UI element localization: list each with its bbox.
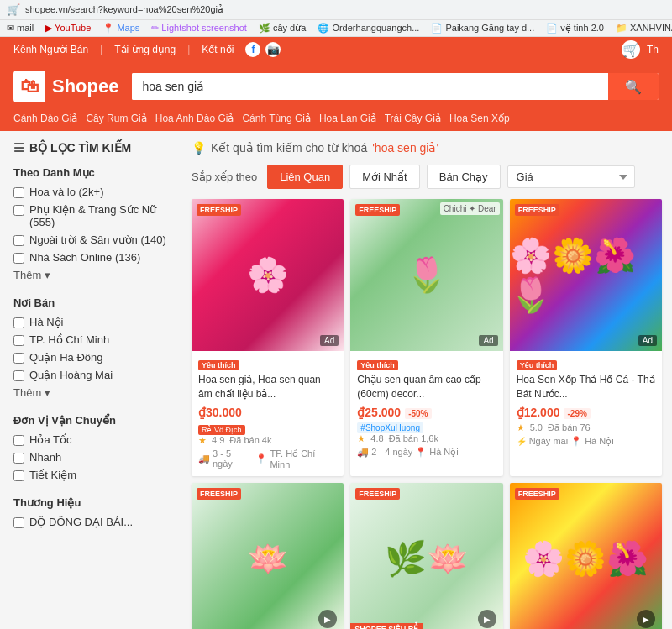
cat-tag-3[interactable]: Cánh Tùng Giả xyxy=(242,113,311,124)
cat-tag-0[interactable]: Cánh Đào Giả xyxy=(13,113,77,124)
facebook-icon[interactable]: f xyxy=(245,42,260,57)
filter-item-hoa-va-lo[interactable]: Hoa và lo (2k+) xyxy=(13,186,175,198)
sort-bar: Sắp xếp theo Liên Quan Mới Nhất Bán Chạy… xyxy=(192,165,662,189)
product-meta-3: ★ 5.0 Đã bán 76 xyxy=(517,422,655,433)
bookmark-vetinh[interactable]: 📄 vệ tinh 2.0 xyxy=(546,23,604,34)
product-info-3: Yêu thích Hoa Sen Xốp Thả Hồ Cá - Thả Bá… xyxy=(510,351,662,453)
sort-label: Sắp xếp theo xyxy=(192,170,257,183)
product-price-1: ₫30.000 xyxy=(198,406,242,419)
filter-item-ngoai-troi[interactable]: Ngoài trời & Sân vườn (140) xyxy=(13,233,175,246)
video-play-5[interactable]: ▶ xyxy=(478,610,496,628)
rating-val-2: 4.8 xyxy=(370,433,383,443)
filter-item-nha-sach[interactable]: Nhà Sách Online (136) xyxy=(13,251,175,264)
checkbox-ngoai-troi[interactable] xyxy=(13,235,24,246)
bookmark-order[interactable]: 🌐 Orderhangquangch... xyxy=(318,23,419,34)
search-result-info: 💡 Kết quả tìm kiếm cho từ khoá 'hoa sen … xyxy=(192,141,662,155)
bookmark-maps[interactable]: 📍 Maps xyxy=(102,23,139,34)
product-image-4: 🪷 FREESHIP ▶ xyxy=(192,483,344,629)
filter-item-hoang-mai[interactable]: Quận Hoàng Mai xyxy=(13,369,175,381)
sold-3: Đã bán 76 xyxy=(548,422,591,432)
search-box: 🔍 xyxy=(132,73,659,100)
filter-item-tiet-kiem[interactable]: Tiết Kiệm xyxy=(13,469,175,481)
truck-icon-2: 🚚 xyxy=(357,447,369,458)
bookmark-paikang[interactable]: 📄 Paikang Găng tay d... xyxy=(431,23,534,34)
cat-tag-4[interactable]: Hoa Lan Giả xyxy=(319,113,376,124)
bookmark-caydua[interactable]: 🌿 cây dừa xyxy=(259,23,306,34)
sort-btn-moi-nhat[interactable]: Mới Nhất xyxy=(349,165,420,189)
sort-btn-lien-quan[interactable]: Liên Quan xyxy=(267,165,343,189)
ket-noi-link[interactable]: Kết nối xyxy=(202,44,234,55)
filter-section-title-shipping: Đơn Vị Vận Chuyển xyxy=(13,414,175,427)
filter-item-ha-dong[interactable]: Quận Hà Đông xyxy=(13,351,175,364)
cart-count-badge[interactable]: 🛒 xyxy=(622,40,640,59)
show-more-category[interactable]: Thêm ▾ xyxy=(13,269,175,281)
browser-bar: 🛒 shopee.vn/search?keyword=hoa%20sen%20g… xyxy=(0,0,672,20)
brand-watermark-2: Chichi ✦ Dear xyxy=(440,202,500,215)
freeship-badge-4: FREESHIP xyxy=(197,488,241,500)
location-1: TP. Hồ Chí Minh xyxy=(270,448,337,469)
chevron-down-icon: ▾ xyxy=(45,269,50,281)
product-img-placeholder-2: 🌷 xyxy=(350,199,502,351)
checkbox-nhanh[interactable] xyxy=(13,453,24,464)
bookmark-youtube[interactable]: ▶ YouTube xyxy=(45,23,91,34)
search-input[interactable] xyxy=(132,73,608,100)
cat-tag-1[interactable]: Cây Rum Giả xyxy=(86,113,146,124)
product-img-placeholder-4: 🪷 xyxy=(192,483,344,629)
url-bar[interactable]: shopee.vn/search?keyword=hoa%20sen%20giả xyxy=(25,4,223,15)
product-card-2[interactable]: 🌷 FREESHIP Ad Chichi ✦ Dear Yêu thích Ch… xyxy=(350,199,502,476)
delivery-days-2: 2 - 4 ngày xyxy=(371,447,412,457)
cat-tag-2[interactable]: Hoa Anh Đào Giả xyxy=(155,113,234,124)
product-card-5[interactable]: 🌿🪷 FREESHIP SHOPEE SIÊU RẺ ▶ Hoa sen giả… xyxy=(350,483,502,629)
cat-tag-6[interactable]: Hoa Sen Xốp xyxy=(449,113,510,124)
checkbox-tiet-kiem[interactable] xyxy=(13,470,24,481)
checkbox-brand-0[interactable] xyxy=(13,517,24,528)
checkbox-hanoi[interactable] xyxy=(13,317,24,328)
tai-ung-dung-link[interactable]: Tải ứng dụng xyxy=(114,44,176,55)
show-more-location[interactable]: Thêm ▾ xyxy=(13,386,175,399)
filter-item-nhanh[interactable]: Nhanh xyxy=(13,451,175,464)
product-card-6[interactable]: 🌸🌼🌺 FREESHIP ▶ Yêu thích CÁNH SEN LỤA - … xyxy=(510,483,662,629)
revo-dich-1: Rẻ Vô Địch xyxy=(198,425,245,435)
product-card-1[interactable]: 🌸 FREESHIP Ad Yêu thích Hoa sen giả, Hoa… xyxy=(192,199,344,476)
chevron-down-icon-loc: ▾ xyxy=(45,386,50,399)
checkbox-hoa-va-lo[interactable] xyxy=(13,187,24,198)
search-button[interactable]: 🔍 xyxy=(608,73,659,100)
filter-item-phu-kien[interactable]: Phụ Kiện & Trang Sức Nữ (555) xyxy=(13,203,175,228)
kenh-nguoi-ban-link[interactable]: Kênh Người Bán xyxy=(13,44,88,55)
ad-badge-1: Ad xyxy=(320,335,339,346)
filter-item-hanoi[interactable]: Hà Nội xyxy=(13,316,175,328)
sort-price-select[interactable]: Giá Giá: Thấp đến Cao Giá: Cao đến Thấp xyxy=(507,165,635,188)
checkbox-hcm[interactable] xyxy=(13,335,24,346)
filter-item-brand-0[interactable]: ĐỘ ĐÔNG ĐẠI BÁI... xyxy=(13,516,175,528)
product-card-3[interactable]: 🌸🌼🌺🌷 FREESHIP Ad Yêu thích Hoa Sen Xốp T… xyxy=(510,199,662,476)
product-card-4[interactable]: 🪷 FREESHIP ▶ Yêu thích Hoa sen giả BÁCH … xyxy=(192,483,344,629)
checkbox-nha-sach[interactable] xyxy=(13,253,24,264)
bookmark-lightshot[interactable]: ✏ Lightshot screenshot xyxy=(151,23,247,34)
bookmark-xanhvina[interactable]: 📁 XANHVINA xyxy=(616,23,672,34)
product-price-2: ₫25.000 xyxy=(357,406,401,419)
shopee-logo[interactable]: 🛍 Shopee xyxy=(13,71,118,102)
products-area: 💡 Kết quả tìm kiếm cho từ khoá 'hoa sen … xyxy=(185,141,672,629)
product-image-6: 🌸🌼🌺 FREESHIP ▶ xyxy=(510,483,662,629)
checkbox-ha-dong[interactable] xyxy=(13,353,24,364)
sort-btn-ban-chay[interactable]: Bán Chạy xyxy=(427,165,501,189)
checkbox-hoang-mai[interactable] xyxy=(13,370,24,381)
product-name-2: Chậu sen quan âm cao cấp (60cm) decor... xyxy=(357,373,496,401)
checkbox-hoa-toc[interactable] xyxy=(13,435,24,446)
cat-tag-5[interactable]: Trái Cây Giả xyxy=(385,113,441,124)
search-keyword: 'hoa sen giả' xyxy=(372,141,438,155)
filter-item-hcm[interactable]: TP. Hồ Chí Minh xyxy=(13,333,175,346)
checkbox-phu-kien[interactable] xyxy=(13,205,24,216)
bookmark-mail[interactable]: ✉ mail xyxy=(7,23,34,34)
rating-stars-3: ★ xyxy=(517,422,525,433)
sold-2: Đã bán 1,6k xyxy=(389,433,438,443)
filter-title: ☰ BỘ LỌC TÌM KIẾM xyxy=(13,141,175,155)
instagram-icon[interactable]: 📷 xyxy=(265,42,281,57)
shop-tag-2: #ShopXuHuong xyxy=(357,422,423,433)
product-img-placeholder-1: 🌸 xyxy=(192,199,344,351)
bookmarks-bar: ✉ mail ▶ YouTube 📍 Maps ✏ Lightshot scre… xyxy=(0,20,672,37)
social-icons: f 📷 xyxy=(245,42,281,57)
filter-item-hoa-toc[interactable]: Hỏa Tốc xyxy=(13,433,175,446)
fast-delivery-icon-3: ⚡ xyxy=(517,437,527,446)
location-2: Hà Nội xyxy=(429,447,459,458)
